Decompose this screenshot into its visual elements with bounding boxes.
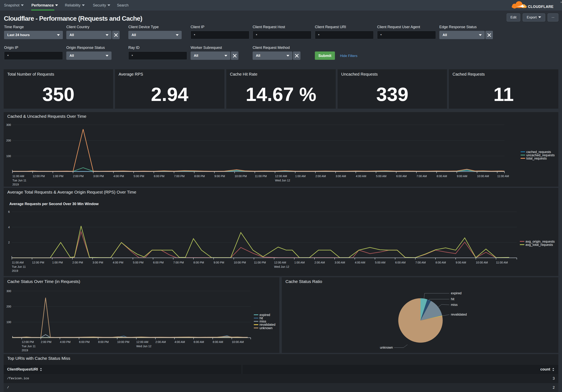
svg-text:5:00 PM: 5:00 PM	[133, 261, 143, 264]
svg-text:6:00 AM: 6:00 AM	[396, 174, 407, 178]
svg-text:revalidated: revalidated	[259, 323, 275, 326]
svg-text:2: 2	[8, 241, 10, 244]
svg-text:300: 300	[6, 123, 11, 127]
svg-text:10:00 PM: 10:00 PM	[117, 340, 129, 344]
svg-text:2:00 PM: 2:00 PM	[41, 340, 51, 344]
svg-text:6:00 AM: 6:00 AM	[395, 261, 406, 264]
svg-text:8:00 AM: 8:00 AM	[435, 261, 446, 264]
svg-text:8:00 AM: 8:00 AM	[213, 340, 223, 344]
svg-text:3:00 AM: 3:00 AM	[336, 174, 346, 178]
svg-text:®: ®	[561, 1, 562, 3]
svg-text:CLOUDFLARE: CLOUDFLARE	[528, 5, 554, 9]
svg-text:1:00 PM: 1:00 PM	[53, 174, 63, 178]
svg-text:200: 200	[7, 305, 11, 308]
svg-text:3:00 PM: 3:00 PM	[93, 261, 103, 264]
svg-text:hit: hit	[259, 316, 263, 320]
svg-text:4:00 PM: 4:00 PM	[60, 340, 70, 344]
svg-text:11:00 AM: 11:00 AM	[12, 174, 24, 178]
svg-text:3:00 PM: 3:00 PM	[93, 174, 104, 178]
svg-text:total_requests: total_requests	[526, 157, 547, 160]
svg-text:Wed Jun 12: Wed Jun 12	[274, 265, 289, 268]
svg-text:1:00 PM: 1:00 PM	[52, 261, 63, 264]
svg-text:8:00 PM: 8:00 PM	[98, 340, 109, 344]
svg-text:12:00 PM: 12:00 PM	[32, 261, 44, 264]
svg-text:expired: expired	[259, 313, 270, 317]
svg-text:2:00 AM: 2:00 AM	[315, 261, 325, 264]
svg-text:4:00 PM: 4:00 PM	[113, 261, 123, 264]
svg-text:8:00 AM: 8:00 AM	[437, 174, 447, 178]
svg-text:3:00 AM: 3:00 AM	[335, 261, 345, 264]
svg-text:9:00 AM: 9:00 AM	[456, 261, 466, 264]
svg-text:2:00 AM: 2:00 AM	[316, 174, 326, 178]
svg-text:7:00 PM: 7:00 PM	[173, 261, 184, 264]
svg-text:avg_total_requests: avg_total_requests	[526, 243, 553, 247]
svg-text:7:00 AM: 7:00 AM	[416, 174, 427, 178]
svg-text:Tue Jun 11: Tue Jun 11	[12, 265, 26, 268]
svg-text:miss: miss	[259, 320, 266, 323]
svg-text:4:00 PM: 4:00 PM	[113, 174, 124, 178]
svg-text:5:00 PM: 5:00 PM	[134, 174, 144, 178]
svg-text:expired: expired	[451, 291, 461, 295]
svg-text:300: 300	[7, 289, 11, 293]
svg-text:miss: miss	[451, 303, 457, 306]
svg-text:4: 4	[8, 226, 10, 229]
svg-text:Wed Jun 12: Wed Jun 12	[275, 179, 290, 182]
svg-text:4:00 AM: 4:00 AM	[355, 261, 365, 264]
svg-text:4:00 AM: 4:00 AM	[175, 340, 185, 344]
svg-text:12:00 AM: 12:00 AM	[275, 174, 287, 178]
svg-text:10:00 AM: 10:00 AM	[232, 340, 244, 344]
svg-text:7:00 PM: 7:00 PM	[174, 174, 185, 178]
svg-text:6:00 PM: 6:00 PM	[79, 340, 90, 344]
svg-text:10:00 AM: 10:00 AM	[477, 174, 489, 178]
svg-text:Tue Jun 11: Tue Jun 11	[12, 179, 26, 182]
svg-text:6:00 PM: 6:00 PM	[153, 261, 164, 264]
svg-text:unknown: unknown	[380, 346, 393, 349]
svg-text:4:00 AM: 4:00 AM	[356, 174, 366, 178]
svg-text:7:00 AM: 7:00 AM	[415, 261, 426, 264]
svg-text:12:00 PM: 12:00 PM	[22, 340, 34, 344]
svg-text:hit: hit	[451, 297, 454, 301]
svg-text:10:00 AM: 10:00 AM	[476, 261, 488, 264]
svg-text:100: 100	[6, 154, 11, 158]
svg-text:11:00 PM: 11:00 PM	[255, 174, 267, 178]
svg-text:6: 6	[8, 210, 10, 213]
svg-text:11:00 AM: 11:00 AM	[496, 261, 508, 264]
svg-text:100: 100	[7, 321, 11, 324]
svg-text:6:00 AM: 6:00 AM	[194, 340, 204, 344]
svg-text:2:00 PM: 2:00 PM	[73, 174, 83, 178]
svg-text:2019: 2019	[22, 349, 28, 352]
svg-text:9:00 PM: 9:00 PM	[214, 174, 225, 178]
svg-text:12:00 AM: 12:00 AM	[274, 261, 286, 264]
svg-text:8:00 PM: 8:00 PM	[194, 174, 205, 178]
svg-text:9:00 AM: 9:00 AM	[457, 174, 467, 178]
svg-text:1:00 AM: 1:00 AM	[295, 174, 305, 178]
svg-text:2:00 AM: 2:00 AM	[155, 340, 166, 344]
svg-text:12:00 PM: 12:00 PM	[33, 174, 45, 178]
svg-text:2019: 2019	[12, 183, 19, 186]
svg-text:Tue Jun 11: Tue Jun 11	[22, 345, 36, 348]
svg-text:9:00 PM: 9:00 PM	[214, 261, 224, 264]
svg-text:2:00 PM: 2:00 PM	[72, 261, 83, 264]
svg-text:unknown: unknown	[259, 326, 272, 330]
svg-text:11:00 AM: 11:00 AM	[497, 174, 509, 178]
svg-text:Wed Jun 12: Wed Jun 12	[136, 345, 152, 348]
svg-text:10:00 PM: 10:00 PM	[234, 174, 247, 178]
svg-text:10:00 PM: 10:00 PM	[234, 261, 246, 264]
svg-text:11:00 AM: 11:00 AM	[12, 261, 24, 264]
svg-text:revalidated: revalidated	[451, 313, 467, 316]
svg-text:12:00 AM: 12:00 AM	[136, 340, 148, 344]
svg-text:1:00 AM: 1:00 AM	[294, 261, 305, 264]
svg-text:11:00 PM: 11:00 PM	[254, 261, 266, 264]
svg-text:6:00 PM: 6:00 PM	[154, 174, 164, 178]
svg-text:2019: 2019	[12, 269, 18, 272]
svg-text:5:00 AM: 5:00 AM	[376, 174, 386, 178]
svg-text:8:00 PM: 8:00 PM	[193, 261, 204, 264]
svg-text:5:00 AM: 5:00 AM	[375, 261, 386, 264]
svg-text:200: 200	[6, 139, 11, 142]
